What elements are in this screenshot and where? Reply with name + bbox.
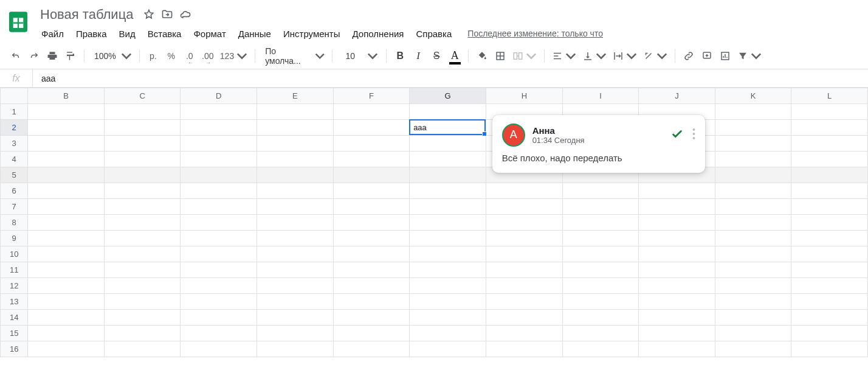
cell-G7[interactable] [410,199,486,215]
cell-K8[interactable] [715,215,791,231]
cell-I11[interactable] [562,262,639,278]
cell-C1[interactable] [104,104,181,120]
col-header-E[interactable]: E [257,88,334,104]
row-header-4[interactable]: 4 [1,152,28,167]
cell-F6[interactable] [333,183,410,199]
cell-C13[interactable] [104,294,181,310]
cell-B9[interactable] [28,231,105,246]
cell-L15[interactable] [791,326,868,341]
cell-D1[interactable] [181,104,257,120]
font-size-caret[interactable] [364,47,381,65]
strike-button[interactable]: S [428,47,445,65]
cell-B1[interactable] [28,104,105,120]
cell-C14[interactable] [104,310,181,326]
cell-F11[interactable] [333,262,410,278]
cell-H11[interactable] [486,262,563,278]
valign-button[interactable] [580,47,609,65]
cell-B3[interactable] [28,136,105,152]
cell-G8[interactable] [410,215,486,231]
cell-K15[interactable] [715,326,791,341]
cell-D14[interactable] [181,310,257,326]
cell-G5[interactable] [410,167,486,183]
row-header-1[interactable]: 1 [1,104,28,120]
cell-B16[interactable] [28,341,105,357]
cell-H7[interactable] [486,199,563,215]
menu-формат[interactable]: Формат [188,26,230,41]
cell-I14[interactable] [562,310,639,326]
cell-E3[interactable] [257,136,334,152]
cell-D6[interactable] [181,183,257,199]
cell-K7[interactable] [715,199,791,215]
cell-E16[interactable] [257,341,334,357]
cell-G13[interactable] [410,294,486,310]
cell-B15[interactable] [28,326,105,341]
font-size-dropdown[interactable]: 10 [337,47,363,65]
cell-L10[interactable] [791,246,868,262]
cloud-status-icon[interactable] [179,9,191,21]
menu-файл[interactable]: Файл [36,26,69,41]
cell-C3[interactable] [104,136,181,152]
cell-E6[interactable] [257,183,334,199]
cell-B14[interactable] [28,310,105,326]
cell-C5[interactable] [104,167,181,183]
row-header-11[interactable]: 11 [1,262,28,278]
select-all-corner[interactable] [1,88,28,104]
link-button[interactable] [680,47,697,65]
cell-D16[interactable] [181,341,257,357]
cell-B7[interactable] [28,199,105,215]
cell-K10[interactable] [715,246,791,262]
row-header-16[interactable]: 16 [1,341,28,357]
bold-button[interactable]: B [391,47,408,65]
row-header-6[interactable]: 6 [1,183,28,199]
menu-вставка[interactable]: Вставка [143,26,187,41]
last-edit-link[interactable]: Последнее изменение: только что [467,29,603,38]
doc-title[interactable]: Новая таблица [36,5,137,24]
cell-J7[interactable] [639,199,715,215]
cell-F15[interactable] [333,326,410,341]
cell-B10[interactable] [28,246,105,262]
row-header-7[interactable]: 7 [1,199,28,215]
cell-L1[interactable] [791,104,868,120]
cell-I6[interactable] [562,183,639,199]
cell-H6[interactable] [486,183,563,199]
cell-J10[interactable] [639,246,715,262]
cell-L5[interactable] [791,167,868,183]
cell-E4[interactable] [257,152,334,167]
wrap-button[interactable] [610,47,639,65]
cell-L12[interactable] [791,278,868,294]
cell-G1[interactable] [410,104,486,120]
fill-color-button[interactable] [474,47,491,65]
cell-H8[interactable] [486,215,563,231]
cell-D15[interactable] [181,326,257,341]
cell-J16[interactable] [639,341,715,357]
cell-E7[interactable] [257,199,334,215]
cell-D7[interactable] [181,199,257,215]
cell-E9[interactable] [257,231,334,246]
cell-H16[interactable] [486,341,563,357]
cell-F7[interactable] [333,199,410,215]
cell-C7[interactable] [104,199,181,215]
percent-button[interactable]: % [163,47,180,65]
cell-B6[interactable] [28,183,105,199]
col-header-K[interactable]: K [715,88,791,104]
cell-L14[interactable] [791,310,868,326]
row-header-13[interactable]: 13 [1,294,28,310]
cell-G6[interactable] [410,183,486,199]
col-header-J[interactable]: J [639,88,715,104]
cell-L9[interactable] [791,231,868,246]
cell-L6[interactable] [791,183,868,199]
cell-B4[interactable] [28,152,105,167]
zoom-dropdown[interactable]: 100% [89,47,134,65]
menu-данные[interactable]: Данные [233,26,276,41]
row-header-14[interactable]: 14 [1,310,28,326]
number-format-dropdown[interactable]: 123 [218,47,250,65]
cell-L7[interactable] [791,199,868,215]
cell-D12[interactable] [181,278,257,294]
formula-input[interactable] [33,69,868,87]
col-header-G[interactable]: G [410,88,486,104]
cell-E15[interactable] [257,326,334,341]
print-button[interactable] [44,47,61,65]
cell-F4[interactable] [333,152,410,167]
cell-G14[interactable] [410,310,486,326]
cell-K6[interactable] [715,183,791,199]
